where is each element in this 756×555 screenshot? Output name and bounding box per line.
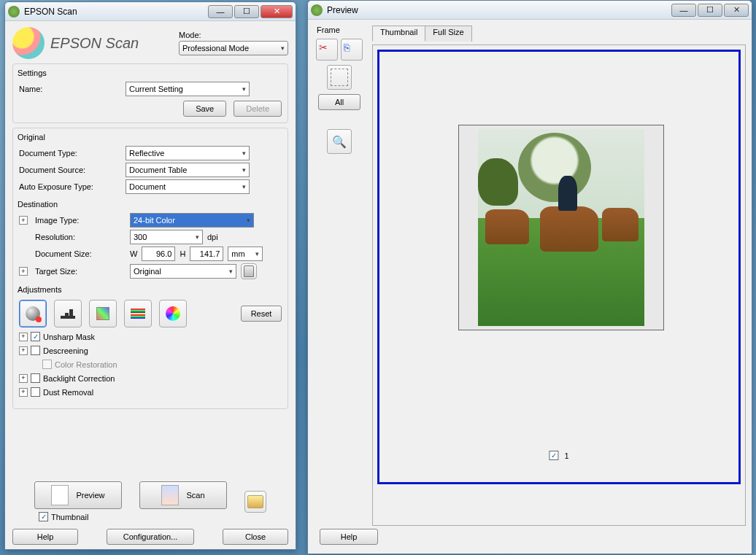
color-wheel-icon xyxy=(166,306,180,321)
w-label: W xyxy=(130,249,137,258)
auto-exposure-dropdown[interactable]: Document xyxy=(126,179,250,194)
main-body: EPSON Scan Mode: Professional Mode Setti… xyxy=(5,21,296,549)
preview-button[interactable]: Preview xyxy=(34,481,122,509)
expand-dust[interactable]: + xyxy=(19,388,28,397)
reset-button[interactable]: Reset xyxy=(241,306,282,322)
color-restoration-checkbox[interactable] xyxy=(42,360,52,369)
backlight-label: Backlight Correction xyxy=(43,374,115,383)
target-size-dropdown[interactable]: Original xyxy=(130,264,236,279)
lock-aspect-button[interactable] xyxy=(241,263,257,279)
expand-unsharp[interactable]: + xyxy=(19,333,28,341)
tab-thumbnail[interactable]: Thumbnail xyxy=(372,26,425,42)
histogram-button[interactable] xyxy=(54,300,82,327)
tab-full-size[interactable]: Full Size xyxy=(425,26,471,42)
settings-group: Settings Name: Current Setting Save Dele… xyxy=(12,63,288,123)
doc-size-label: Document Size: xyxy=(35,249,126,258)
preview-close-button[interactable]: ✕ xyxy=(724,4,749,17)
expand-backlight[interactable]: + xyxy=(19,374,28,383)
thumbnail-checkbox[interactable]: ✓ xyxy=(39,512,48,521)
destination-header: Destination xyxy=(18,200,282,209)
marquee-icon xyxy=(331,69,348,86)
preview-maximize-button[interactable]: ☐ xyxy=(698,4,722,17)
sliders-icon xyxy=(131,308,145,319)
expand-target-size[interactable]: + xyxy=(19,267,28,276)
settings-header: Settings xyxy=(18,69,282,77)
descreening-label: Descreening xyxy=(43,346,88,355)
thumbnail-label: Thumbnail xyxy=(51,513,88,521)
scan-icon xyxy=(161,485,179,505)
target-size-label: Target Size: xyxy=(35,267,126,276)
close-main-button[interactable]: Close xyxy=(223,529,288,545)
scanned-image xyxy=(478,129,644,326)
doc-type-dropdown[interactable]: Reflective xyxy=(126,146,250,160)
window-title: EPSON Scan xyxy=(24,7,208,17)
maximize-button[interactable]: ☐ xyxy=(234,5,259,18)
configuration-button[interactable]: Configuration... xyxy=(107,529,194,545)
color-restoration-label: Color Restoration xyxy=(55,360,117,369)
preview-minimize-button[interactable]: — xyxy=(671,4,696,17)
tone-correction-button[interactable] xyxy=(89,300,117,327)
erase-marquee-button[interactable] xyxy=(327,65,352,90)
preview-help-button[interactable]: Help xyxy=(320,529,378,545)
app-title: EPSON Scan xyxy=(50,35,173,52)
titlebar[interactable]: EPSON Scan — ☐ ✕ xyxy=(5,2,296,21)
doc-source-label: Document Source: xyxy=(19,166,121,174)
original-group: Original Document Type: Reflective Docum… xyxy=(12,128,288,409)
bottom-button-bar: Preview ✓Thumbnail Scan Help Configurati… xyxy=(12,481,288,545)
preview-main: Thumbnail Full Size xyxy=(372,26,746,526)
preview-window: Preview — ☐ ✕ Frame ✂ ⎘ All 🔍 Thumbnail xyxy=(307,0,752,554)
adjustments-header: Adjustments xyxy=(18,285,282,294)
app-icon xyxy=(8,6,20,18)
selection-frame[interactable]: ✓ 1 xyxy=(377,50,741,484)
resolution-label: Resolution: xyxy=(35,233,126,241)
unsharp-checkbox[interactable]: ✓ xyxy=(31,332,40,341)
duplicate-marquee-button[interactable]: ⎘ xyxy=(341,39,363,61)
image-type-dropdown[interactable]: 24-bit Color xyxy=(130,213,254,228)
preview-app-icon xyxy=(311,4,323,16)
zoom-button[interactable]: 🔍 xyxy=(327,129,352,154)
h-label: H xyxy=(180,249,185,258)
image-adjustment-button[interactable] xyxy=(124,300,152,327)
save-button[interactable]: Save xyxy=(183,101,226,117)
unit-dropdown[interactable]: mm xyxy=(228,247,263,261)
delete-button[interactable]: Delete xyxy=(234,101,282,117)
preview-titlebar[interactable]: Preview — ☐ ✕ xyxy=(308,1,752,20)
scan-button[interactable]: Scan xyxy=(139,481,227,509)
width-input[interactable] xyxy=(142,247,175,261)
expand-image-type[interactable]: + xyxy=(19,216,28,225)
epson-scan-window: EPSON Scan — ☐ ✕ EPSON Scan Mode: Profes… xyxy=(4,1,296,550)
height-input[interactable] xyxy=(190,247,223,261)
original-header: Original xyxy=(18,133,282,141)
color-palette-button[interactable] xyxy=(159,300,187,327)
header-row: EPSON Scan Mode: Professional Mode xyxy=(12,27,288,59)
name-dropdown[interactable]: Current Setting xyxy=(126,82,250,96)
frame-label: Frame xyxy=(317,26,340,34)
close-button[interactable]: ✕ xyxy=(261,5,293,18)
auto-exposure-icon xyxy=(26,306,40,321)
preview-tabs: Thumbnail Full Size xyxy=(372,26,746,42)
expand-descreening[interactable]: + xyxy=(19,346,28,355)
doc-source-dropdown[interactable]: Document Table xyxy=(126,163,250,177)
select-all-button[interactable]: All xyxy=(318,94,360,110)
unsharp-label: Unsharp Mask xyxy=(43,333,95,341)
resolution-dropdown[interactable]: 300 xyxy=(130,230,203,244)
minimize-button[interactable]: — xyxy=(208,5,233,18)
backlight-checkbox[interactable] xyxy=(31,373,40,383)
auto-exposure-button[interactable] xyxy=(19,300,47,327)
file-save-settings-button[interactable] xyxy=(244,491,266,513)
descreening-checkbox[interactable] xyxy=(31,346,40,355)
thumbnail-box[interactable] xyxy=(458,125,664,330)
dust-label: Dust Removal xyxy=(43,388,93,397)
folder-icon xyxy=(247,495,263,508)
name-label: Name: xyxy=(19,85,121,93)
duplicate-marquee-icon: ⎘ xyxy=(344,42,360,58)
mode-dropdown[interactable]: Professional Mode xyxy=(179,41,288,55)
thumbnail-select-checkbox[interactable]: ✓ xyxy=(549,451,558,460)
preview-icon xyxy=(51,485,69,505)
help-button[interactable]: Help xyxy=(12,529,78,545)
delete-marquee-button[interactable]: ✂ xyxy=(316,39,338,61)
image-type-label: Image Type: xyxy=(35,216,126,225)
dust-checkbox[interactable] xyxy=(31,387,40,397)
curve-icon xyxy=(96,307,109,320)
preview-canvas[interactable]: ✓ 1 xyxy=(372,44,746,526)
